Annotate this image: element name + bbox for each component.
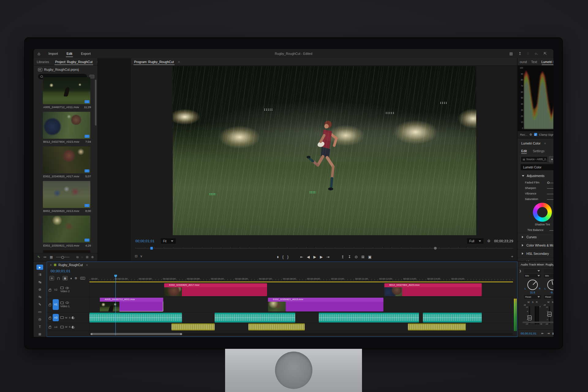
clip-options-badge[interactable]: ∶∶∶ [85,100,89,103]
list-item[interactable]: ∶∶∶ B002_04250820_A013.mov8;00 [43,181,91,213]
play-icon[interactable]: ▶ [553,332,553,335]
chevron-right-icon[interactable]: ❯ [519,270,522,273]
mute-button[interactable]: M [528,301,530,303]
list-item[interactable]: ∶∶∶ B012_04327804_A023.mov7;04 [43,112,91,143]
go-to-in-icon[interactable]: ⇤ [300,255,303,259]
step-forward-icon[interactable]: ▶ [320,255,323,259]
mic-icon[interactable] [72,326,74,328]
timeline-ruler[interactable]: ;00;0000;00;01;0000;00;02;0000;00;03;000… [89,275,513,281]
fader-handle[interactable] [528,315,532,320]
section-hsl-secondary[interactable]: HSL Secondary [518,249,553,258]
thumbnail-zoom-slider[interactable] [56,257,70,257]
track-patch-a4[interactable]: A4 [53,324,59,330]
timeline-audio-a3-4[interactable] [423,313,482,322]
menu-import[interactable]: Import [44,49,62,58]
output-select[interactable]: Mix [524,274,541,278]
timeline-clip-v1-1[interactable]: fx A005_24460712_A011.mov [100,298,163,311]
slider-track[interactable] [547,183,553,183]
lock-icon[interactable] [49,326,51,329]
timeline-audio-a3-3[interactable] [319,313,419,322]
fullscreen-icon[interactable]: ⇱ [544,51,547,56]
timeline-scrollbar[interactable] [89,333,513,335]
chevron-down-icon[interactable] [522,175,524,177]
sync-lock-icon[interactable] [60,302,64,304]
track-a3-header[interactable]: A3 M S [47,312,89,323]
pan-value[interactable]: -9.2 [550,291,553,294]
list-item[interactable]: ∶∶∶ E002_10340820_A017.mov5;07 [43,146,91,178]
timeline-audio-a4-2[interactable] [248,323,305,330]
panel-divider[interactable] [97,58,98,261]
mute-button[interactable]: M [65,326,67,328]
slider-track[interactable] [547,194,553,194]
linked-selection-icon[interactable]: ▣ [62,276,68,281]
timeline-clip-v2-2[interactable]: fx B012_04327804_A023.mov [384,283,482,296]
zoom-level-select[interactable]: Fit [161,238,176,244]
fader-handle[interactable] [548,312,552,317]
go-to-out-icon[interactable]: ⇥ [326,255,330,259]
sync-lock-icon[interactable] [60,316,64,319]
list-item[interactable]: ∶∶∶ A005_24460712_A011.mov11;29 [43,77,91,109]
automate-sequence-icon[interactable]: ⧉ [76,255,78,259]
timeline-audio-a4-3[interactable] [408,323,466,330]
clip-thumbnail[interactable]: ∶∶∶ [43,181,90,208]
panel-menu-icon[interactable]: ≡ [178,60,180,63]
lock-icon[interactable] [49,304,51,306]
go-to-in-icon[interactable]: ⇤ [541,332,544,335]
tab-lumetri-scopes[interactable]: Lumetri Scopes [539,58,553,66]
timeline-audio-a3-2[interactable] [215,313,295,322]
clip-options-badge[interactable]: ∶∶∶ [85,169,89,172]
solo-button[interactable]: S [69,326,70,328]
pan-knob[interactable] [527,280,538,290]
tab-project[interactable]: Project: Rugby_RoughCut [52,58,96,66]
mute-button[interactable]: M [65,316,67,319]
tab-text[interactable]: Text [529,58,539,66]
scrubber-playhead[interactable] [150,247,153,250]
adjustments-header[interactable]: Adjustments [527,174,545,178]
lift-icon[interactable]: ↥ [341,255,344,259]
list-view-icon[interactable]: ≔ [43,255,47,259]
tab-lumetri-edit[interactable]: Edit [521,149,527,153]
track-a4-header[interactable]: A4 M S [47,323,89,331]
tab-program[interactable]: Program: Rugby_RoughCut [131,58,177,66]
find-icon[interactable]: ◌ [81,255,83,259]
track-v1-header[interactable]: V1 Video 1 [47,297,89,312]
menu-edit[interactable]: Edit [62,49,77,58]
sync-lock-icon[interactable] [60,326,64,328]
wrench-icon[interactable]: ⚙ [530,133,532,136]
track-patch-v1[interactable]: V1 [53,299,59,310]
selection-tool[interactable]: ► [36,265,43,270]
go-to-out-icon[interactable]: ⇥ [547,332,549,335]
search-icon[interactable]: ○˒ [535,51,538,56]
clip-thumbnail[interactable]: ∶∶∶ [43,146,90,173]
project-scrollbar[interactable] [95,80,96,126]
solo-button[interactable]: S [552,301,553,303]
input-select[interactable] [544,269,553,273]
workspaces-icon[interactable]: ▤ [509,51,513,56]
slider-knob[interactable] [547,182,549,184]
marker-icon[interactable]: ⬧ [70,277,72,280]
input-select[interactable] [524,269,541,273]
tab-sequence[interactable]: Rugby_RoughCut [58,263,83,267]
close-icon[interactable]: × [50,263,52,267]
panel-divider[interactable] [517,58,518,261]
ripple-edit-tool[interactable]: ↹ [36,280,43,285]
lock-icon[interactable] [49,317,51,319]
quick-export-icon[interactable]: ↥ [518,51,521,56]
panel-divider[interactable] [518,262,518,337]
output-select[interactable]: Mix [544,274,553,278]
new-item-icon[interactable]: ⊕ [91,255,94,259]
timeline-clip-v2-1[interactable]: fx E002_10340820_A017.mov [164,283,267,296]
section-vignette[interactable]: Vignette [518,258,553,261]
clip-options-badge[interactable]: ∶∶∶ [85,239,89,242]
mixer-current-timecode[interactable]: 00;00;01;01 [521,332,537,335]
edit-clip-icon[interactable]: ✎ [37,255,40,259]
panel-menu-icon[interactable]: ≡ [86,263,88,266]
effect-select[interactable]: Lumetri Color [521,164,553,170]
sequence-clip-button[interactable]: ≑ Rugby_RoughCut - A00... [549,156,553,162]
solo-button[interactable]: S [69,316,70,319]
progress-icon[interactable]: ◌ [527,51,529,56]
timeline-playhead[interactable] [115,275,116,335]
clip-options-badge[interactable]: ∶∶∶ [85,204,89,207]
slider-track[interactable] [547,188,553,189]
project-file-name[interactable]: Rugby_RoughCut.prproj [44,68,79,71]
